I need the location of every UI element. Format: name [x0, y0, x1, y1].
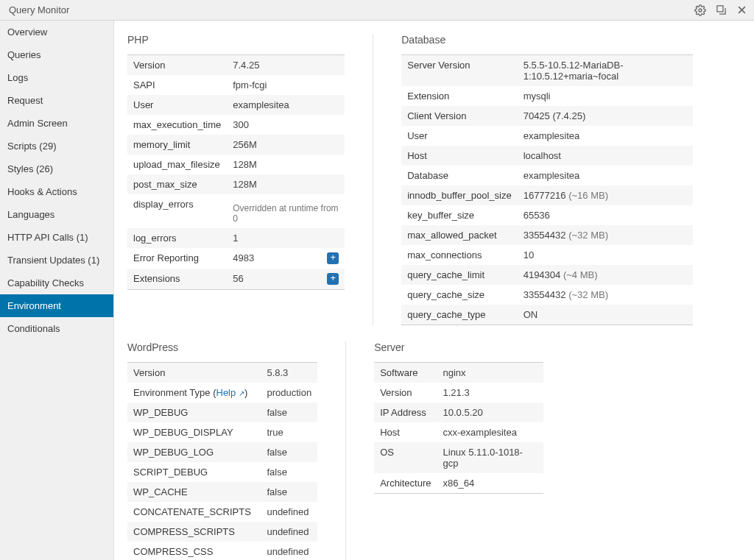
sidebar-item-overview[interactable]: Overview [0, 21, 113, 43]
table-server: SoftwarenginxVersion1.21.3IP Address10.0… [374, 362, 543, 494]
table-row: Version5.8.3 [127, 363, 317, 383]
table-database: Server Version5.5.5-10.5.12-MariaDB-1:10… [401, 54, 692, 325]
table-row: SAPIfpm-fcgi [127, 75, 345, 95]
row-value: cxx-examplesitea [437, 422, 543, 442]
row-value-text: 128M [233, 159, 257, 170]
expand-button[interactable]: + [327, 252, 339, 264]
table-row: Error Reporting4983+ [127, 248, 345, 269]
sidebar-item-label: Styles (26) [7, 163, 53, 174]
row-value-text: false [267, 447, 286, 458]
expand-button[interactable]: + [327, 273, 339, 285]
row-key-text: Environment Type [133, 387, 211, 398]
sidebar-item-languages[interactable]: Languages [0, 203, 113, 226]
row-value-text: 5.8.3 [267, 367, 288, 378]
row-value: undefined [261, 522, 317, 542]
row-value-suffix: (~4 MB) [563, 269, 598, 280]
row-value: x86_64 [437, 473, 543, 494]
sidebar-item-http-api-calls-1[interactable]: HTTP API Calls (1) [0, 226, 113, 249]
row-key-text: max_execution_time [133, 119, 221, 130]
row-value-text: 1.21.3 [443, 387, 470, 398]
row-key-text: COMPRESS_CSS [133, 546, 213, 557]
row-key-text: COMPRESS_SCRIPTS [133, 526, 235, 537]
row-key: Software [374, 363, 437, 383]
row-value-text: production [267, 387, 311, 398]
row-value-text: 128M [233, 179, 257, 190]
row-key: User [401, 126, 517, 146]
row-value-text: examplesitea [524, 130, 580, 141]
row-value-text: 4194304 [524, 269, 561, 280]
table-row: Hostcxx-examplesitea [374, 422, 543, 442]
row-value-text: fpm-fcgi [233, 79, 267, 91]
row-key-text: Version [133, 60, 165, 71]
table-row: Databaseexamplesitea [401, 166, 692, 185]
row-value-text: x86_64 [443, 478, 475, 489]
sidebar: OverviewQueriesLogsRequestAdmin ScreenSc… [0, 21, 114, 560]
row-key: COMPRESS_SCRIPTS [127, 522, 261, 542]
row-key: SCRIPT_DEBUG [127, 462, 261, 482]
sidebar-item-queries[interactable]: Queries [0, 43, 113, 66]
popout-icon[interactable] [714, 4, 727, 17]
row-value: 4194304 (~4 MB) [518, 265, 693, 285]
row-value: 70425 (7.4.25) [518, 106, 693, 126]
sidebar-item-hooks-actions[interactable]: Hooks & Actions [0, 180, 113, 203]
table-row: WP_DEBUG_DISPLAYtrue [127, 422, 317, 442]
table-row: SCRIPT_DEBUGfalse [127, 462, 317, 482]
sidebar-item-request[interactable]: Request [0, 89, 113, 112]
row-key: memory_limit [127, 135, 227, 155]
row-key-text: WP_CACHE [133, 486, 188, 497]
table-php: Version7.4.25SAPIfpm-fcgiUserexamplesite… [127, 54, 345, 290]
sidebar-item-label: Hooks & Actions [7, 186, 77, 197]
table-row: Softwarenginx [374, 363, 543, 383]
row-key: post_max_size [127, 174, 227, 194]
row-value: 7.4.25 [227, 55, 345, 76]
row-key-text: User [407, 130, 427, 141]
row-value-text: 56 [233, 273, 243, 284]
row-key: Host [374, 422, 437, 442]
row-value-text: false [267, 467, 286, 478]
sidebar-item-capability-checks[interactable]: Capability Checks [0, 272, 113, 294]
sidebar-item-label: Environment [7, 300, 61, 311]
gear-icon[interactable] [694, 4, 707, 17]
sidebar-item-label: Scripts (29) [7, 141, 56, 152]
sidebar-item-label: Request [7, 95, 43, 106]
sidebar-item-transient-updates-1[interactable]: Transient Updates (1) [0, 249, 113, 272]
row-key-text: Extension [407, 91, 449, 102]
row-key-text: log_errors [133, 233, 177, 244]
row-key: innodb_buffer_pool_size [401, 185, 517, 205]
sidebar-item-environment[interactable]: Environment [0, 294, 113, 317]
table-wordpress: Version5.8.3Environment Type (Help ↗)pro… [127, 362, 317, 560]
row-value: 1 [227, 228, 345, 248]
sidebar-item-styles-26[interactable]: Styles (26) [0, 157, 113, 180]
sidebar-item-admin-screen[interactable]: Admin Screen [0, 112, 113, 135]
sidebar-item-label: Admin Screen [7, 118, 68, 129]
row-key: CONCATENATE_SCRIPTS [127, 502, 261, 522]
row-value: 33554432 (~32 MB) [518, 225, 693, 245]
help-link[interactable]: Help ↗ [216, 387, 244, 398]
row-key-text: WP_DEBUG [133, 407, 188, 418]
row-value: 256M [227, 135, 345, 155]
row-value-suffix: (~32 MB) [568, 289, 608, 300]
row-key-text: WP_DEBUG_LOG [133, 447, 214, 458]
row-key: Error Reporting [127, 248, 227, 269]
table-row: Userexamplesitea [401, 126, 692, 146]
sidebar-item-conditionals[interactable]: Conditionals [0, 317, 113, 340]
close-icon[interactable] [735, 4, 748, 17]
row-key: Version [127, 55, 227, 76]
row-key: query_cache_size [401, 285, 517, 305]
table-row: max_connections10 [401, 245, 692, 265]
row-value: Linux 5.11.0-1018-gcp [437, 442, 543, 473]
table-row: query_cache_limit4194304 (~4 MB) [401, 265, 692, 285]
panel-wordpress: WordPress Version5.8.3Environment Type (… [127, 341, 317, 560]
sidebar-item-scripts-29[interactable]: Scripts (29) [0, 135, 113, 157]
row-key: Extension [401, 86, 517, 106]
content-pane: PHP Version7.4.25SAPIfpm-fcgiUserexample… [114, 21, 754, 560]
row-value-suffix: (~32 MB) [568, 230, 608, 241]
sidebar-item-label: Conditionals [7, 323, 60, 334]
row-value-text: Linux 5.11.0-1018-gcp [443, 447, 523, 469]
sidebar-item-logs[interactable]: Logs [0, 66, 113, 89]
sidebar-item-label: Logs [7, 72, 28, 83]
sidebar-item-label: Capability Checks [7, 277, 84, 288]
row-key-text: post_max_size [133, 179, 197, 190]
row-key-text: query_cache_size [407, 289, 485, 300]
row-key-text: max_connections [407, 249, 482, 260]
